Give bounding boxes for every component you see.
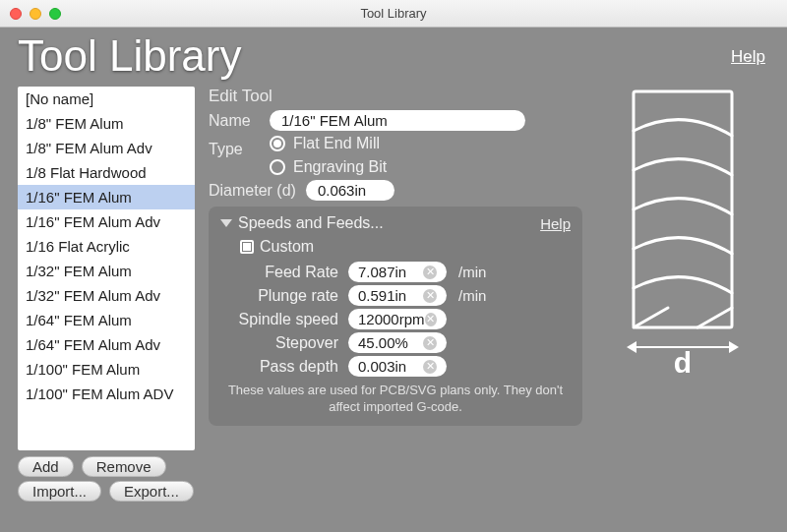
list-item[interactable]: 1/64" FEM Alum Adv <box>18 332 195 357</box>
list-item[interactable]: [No name] <box>18 87 195 111</box>
help-link[interactable]: Help <box>731 47 765 67</box>
plunge-label: Plunge rate <box>220 287 348 305</box>
plunge-value: 0.591in <box>358 287 406 304</box>
clear-icon[interactable]: ✕ <box>423 266 437 279</box>
clear-icon[interactable]: ✕ <box>423 336 437 350</box>
stepover-label: Stepover <box>220 334 348 352</box>
type-option-engraving[interactable]: Engraving Bit <box>270 158 387 176</box>
titlebar: Tool Library <box>0 0 787 28</box>
list-item[interactable]: 1/32" FEM Alum <box>18 259 195 283</box>
type-option-flat-label: Flat End Mill <box>293 135 380 152</box>
dimension-arrow-icon <box>629 346 737 348</box>
feed-rate-value: 7.087in <box>358 264 406 280</box>
section-title: Edit Tool <box>209 87 582 106</box>
passdepth-label: Pass depth <box>220 358 348 376</box>
tool-list[interactable]: [No name]1/8" FEM Alum1/8" FEM Alum Adv1… <box>18 87 195 450</box>
spindle-label: Spindle speed <box>220 311 348 328</box>
feed-rate-unit: /min <box>458 264 486 280</box>
diameter-input[interactable]: 0.063in <box>306 180 394 201</box>
tool-diagram: d <box>596 87 769 480</box>
speeds-panel: Speeds and Feeds... Help Custom Feed Rat… <box>209 207 582 426</box>
custom-label: Custom <box>260 238 314 256</box>
checkbox-icon <box>240 240 254 254</box>
page-title: Tool Library <box>18 28 769 87</box>
plunge-unit: /min <box>458 287 486 304</box>
add-button[interactable]: Add <box>18 456 74 477</box>
dimension-label: d <box>674 346 692 380</box>
type-option-flat[interactable]: Flat End Mill <box>270 135 387 152</box>
clear-icon[interactable]: ✕ <box>425 313 437 326</box>
list-item[interactable]: 1/16" FEM Alum Adv <box>18 209 195 234</box>
window-title: Tool Library <box>0 6 787 21</box>
stepover-input[interactable]: 45.00% ✕ <box>348 332 447 353</box>
name-input[interactable]: 1/16" FEM Alum <box>270 110 525 131</box>
passdepth-value: 0.003in <box>358 358 406 375</box>
spindle-value: 12000rpm <box>358 311 425 327</box>
chevron-down-icon <box>220 219 232 227</box>
speeds-title: Speeds and Feeds... <box>238 214 384 232</box>
endmill-icon <box>614 87 752 342</box>
diameter-label: Diameter (d) <box>209 182 296 200</box>
list-item[interactable]: 1/32" FEM Alum Adv <box>18 283 195 308</box>
speeds-disclosure[interactable]: Speeds and Feeds... <box>220 214 384 232</box>
list-item[interactable]: 1/100" FEM Alum ADV <box>18 382 195 406</box>
list-item[interactable]: 1/16 Flat Acrylic <box>18 234 195 259</box>
clear-icon[interactable]: ✕ <box>423 289 437 303</box>
list-item[interactable]: 1/100" FEM Alum <box>18 357 195 382</box>
spindle-input[interactable]: 12000rpm ✕ <box>348 309 447 329</box>
stepover-value: 45.00% <box>358 334 408 351</box>
passdepth-input[interactable]: 0.003in ✕ <box>348 356 447 377</box>
type-label: Type <box>209 135 260 158</box>
radio-icon <box>270 159 285 175</box>
feed-rate-input[interactable]: 7.087in ✕ <box>348 262 447 282</box>
list-item[interactable]: 1/8 Flat Hardwood <box>18 160 195 185</box>
name-label: Name <box>209 112 260 130</box>
type-option-engraving-label: Engraving Bit <box>293 158 387 176</box>
plunge-input[interactable]: 0.591in ✕ <box>348 285 447 306</box>
speeds-help-link[interactable]: Help <box>540 215 571 232</box>
speeds-note: These values are used for PCB/SVG plans … <box>220 383 571 416</box>
export-button[interactable]: Export... <box>109 481 194 502</box>
clear-icon[interactable]: ✕ <box>423 360 437 374</box>
import-button[interactable]: Import... <box>18 481 101 502</box>
list-item[interactable]: 1/8" FEM Alum <box>18 111 195 136</box>
list-item[interactable]: 1/64" FEM Alum <box>18 308 195 332</box>
radio-icon <box>270 136 285 151</box>
list-item[interactable]: 1/16" FEM Alum <box>18 185 195 209</box>
remove-button[interactable]: Remove <box>82 456 166 477</box>
list-item[interactable]: 1/8" FEM Alum Adv <box>18 136 195 160</box>
custom-checkbox[interactable]: Custom <box>240 238 571 256</box>
feed-rate-label: Feed Rate <box>220 264 348 281</box>
